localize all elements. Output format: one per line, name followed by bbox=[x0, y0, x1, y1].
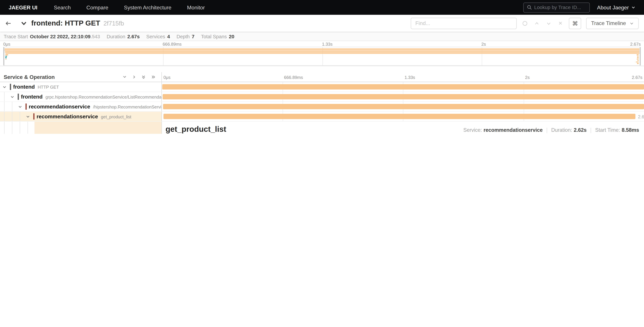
find-input[interactable] bbox=[411, 18, 517, 29]
span-detail-accent bbox=[34, 122, 162, 134]
span-bar[interactable] bbox=[163, 94, 644, 100]
minimap-canvas[interactable] bbox=[3, 47, 641, 66]
ruler-tick-label: 2s bbox=[525, 72, 530, 82]
span-service-name: recommendationservice bbox=[33, 113, 98, 120]
span-detail-meta: Service:recommendationservice Duration:2… bbox=[463, 127, 639, 133]
span-operation-name: HTTP GET bbox=[38, 84, 59, 89]
collapse-chevron-icon[interactable] bbox=[2, 85, 6, 89]
collapse-chevron-icon[interactable] bbox=[18, 104, 22, 108]
span-bar[interactable] bbox=[163, 104, 644, 109]
minimap-ruler: 0μs 666.89ms 1.33s 2s 2.67s bbox=[3, 41, 641, 47]
detail-start-time-value: 8.58ms bbox=[622, 127, 639, 133]
span-detail-panel: get_product_list Service:recommendations… bbox=[162, 122, 644, 134]
back-button[interactable] bbox=[5, 20, 12, 26]
collapse-all-icon[interactable] bbox=[141, 74, 146, 80]
trace-id-short: 2f715fb bbox=[104, 20, 124, 27]
minimap-span bbox=[5, 56, 7, 57]
nav-item-monitor[interactable]: Monitor bbox=[179, 4, 213, 10]
minimap-span bbox=[637, 60, 639, 61]
span-detail-left-column bbox=[0, 122, 162, 134]
minimap-span bbox=[5, 51, 640, 52]
find-status-icon[interactable] bbox=[522, 20, 528, 26]
minimap-span bbox=[4, 48, 640, 50]
span-bar[interactable] bbox=[163, 114, 636, 119]
trace-collapse-chevron-icon[interactable] bbox=[20, 20, 27, 26]
detail-service-value: recommendationservice bbox=[484, 127, 542, 133]
timeline-header: Service & Operation 0μs 666.89ms 1.33s 2… bbox=[0, 72, 644, 82]
minimap-scrubber-right[interactable] bbox=[640, 47, 640, 65]
minimap-span bbox=[5, 54, 8, 55]
expand-one-icon[interactable] bbox=[132, 75, 136, 79]
span-service-name: frontend bbox=[10, 84, 35, 90]
minimap-span bbox=[637, 56, 639, 57]
tree-guide bbox=[28, 122, 28, 134]
minimap-tick-label: 2s bbox=[481, 41, 486, 47]
expand-all-icon[interactable] bbox=[151, 75, 156, 79]
find-next-button[interactable] bbox=[546, 20, 552, 26]
minimap-span bbox=[636, 58, 639, 60]
keyboard-shortcuts-button[interactable]: ⌘ bbox=[569, 18, 581, 29]
minimap-span bbox=[637, 63, 639, 64]
nav-item-compare[interactable]: Compare bbox=[78, 4, 116, 10]
trace-services: Services4 bbox=[146, 34, 170, 39]
command-icon: ⌘ bbox=[572, 20, 578, 26]
ruler-tick-label: 2.67s bbox=[632, 72, 642, 82]
tree-controls bbox=[122, 74, 156, 80]
nav-item-search[interactable]: Search bbox=[46, 4, 78, 10]
ruler-tick-label: 1.33s bbox=[404, 72, 415, 82]
about-jaeger-label: About Jaeger bbox=[597, 4, 629, 10]
minimap-tick-label: 0μs bbox=[3, 41, 10, 47]
minimap-tick-label: 1.33s bbox=[322, 41, 332, 47]
collapse-chevron-icon[interactable] bbox=[26, 114, 30, 118]
span-row[interactable]: frontend HTTP GET bbox=[0, 82, 644, 92]
minimap-span bbox=[636, 54, 639, 55]
trace-depth: Depth7 bbox=[176, 34, 194, 39]
span-row[interactable]: frontend grpc.hipstershop.Recommendation… bbox=[0, 92, 644, 102]
detail-duration-value: 2.62s bbox=[574, 127, 586, 133]
span-row-selected[interactable]: recommendationservice get_product_list 2… bbox=[0, 112, 644, 122]
find-clear-icon[interactable] bbox=[558, 20, 563, 26]
minimap-span bbox=[5, 58, 6, 60]
span-bar[interactable] bbox=[162, 84, 644, 90]
span-detail-title: get_product_list bbox=[166, 125, 226, 134]
trace-minimap: 0μs 666.89ms 1.33s 2s 2.67s bbox=[0, 41, 644, 66]
service-operation-header: Service & Operation bbox=[0, 72, 162, 82]
trace-view-select[interactable]: Trace Timeline bbox=[586, 18, 639, 29]
trace-header-tools: ⌘ Trace Timeline bbox=[411, 18, 644, 29]
span-service-name: frontend bbox=[18, 94, 43, 100]
trace-view-label: Trace Timeline bbox=[591, 20, 626, 26]
span-operation-name: get_product_list bbox=[101, 114, 131, 119]
trace-id-lookup[interactable] bbox=[523, 2, 590, 12]
nav-item-system-architecture[interactable]: System Architecture bbox=[116, 4, 179, 10]
span-rows: frontend HTTP GET frontend grpc.hipsters… bbox=[0, 82, 644, 134]
trace-id-lookup-input[interactable] bbox=[534, 4, 586, 10]
minimap-scrubber-left[interactable] bbox=[4, 47, 4, 65]
span-row[interactable]: recommendationservice /hipstershop.Recom… bbox=[0, 102, 644, 112]
span-operation-name: /hipstershop.RecommendationService/Lis..… bbox=[93, 104, 161, 109]
service-operation-title: Service & Operation bbox=[4, 74, 122, 80]
span-service-name: recommendationservice bbox=[26, 104, 90, 110]
app-logo[interactable]: JAEGER UI bbox=[0, 4, 46, 10]
about-jaeger-menu[interactable]: About Jaeger bbox=[590, 4, 644, 10]
collapse-chevron-icon[interactable] bbox=[10, 95, 14, 99]
find-prev-button[interactable] bbox=[534, 20, 540, 26]
collapse-one-icon[interactable] bbox=[122, 75, 127, 79]
chevron-down-icon bbox=[630, 21, 634, 25]
ruler-tick-label: 0μs bbox=[164, 72, 170, 82]
tree-guide bbox=[12, 122, 12, 134]
trace-header: frontend: HTTP GET2f715fb ⌘ Trace Timeli… bbox=[0, 15, 644, 32]
trace-start: Trace StartOctober 22 2022, 22:10:09.543 bbox=[4, 34, 100, 39]
trace-title-text: frontend: HTTP GET bbox=[31, 19, 100, 27]
trace-summary-bar: Trace StartOctober 22 2022, 22:10:09.543… bbox=[0, 32, 644, 41]
tree-guide bbox=[20, 122, 20, 134]
minimap-tick-label: 2.67s bbox=[630, 41, 641, 47]
ruler-tick-label: 666.89ms bbox=[284, 72, 303, 82]
span-operation-name: grpc.hipstershop.RecommendationService/L… bbox=[46, 94, 162, 99]
minimap-span bbox=[5, 57, 6, 58]
chevron-down-icon bbox=[631, 5, 635, 10]
tree-guide bbox=[4, 122, 4, 134]
span-duration-label: 2.62s bbox=[638, 114, 644, 119]
minimap-tick-label: 666.89ms bbox=[163, 41, 182, 47]
find-controls bbox=[522, 20, 563, 26]
minimap-span bbox=[5, 53, 640, 54]
